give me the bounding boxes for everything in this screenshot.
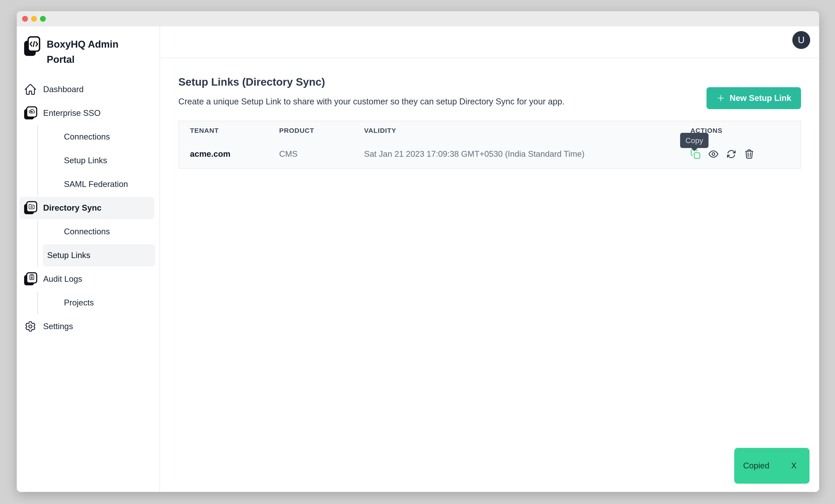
- keycap-folder-icon: [23, 201, 37, 215]
- keycap-cloud-sso-icon: [23, 106, 37, 120]
- page-title: Setup Links (Directory Sync): [178, 76, 565, 88]
- trash-icon: [744, 149, 754, 159]
- toast-close-button[interactable]: X: [791, 461, 797, 470]
- enterprise-sso-subgroup: Connections Setup Links SAML Federation: [37, 126, 160, 196]
- window-titlebar: [17, 11, 819, 26]
- view-link-button[interactable]: [708, 149, 718, 159]
- sidebar-item-dashboard[interactable]: Dashboard: [17, 78, 160, 101]
- zoom-window-button[interactable]: [40, 16, 46, 22]
- sidebar-item-audit-logs[interactable]: Audit Logs: [17, 268, 160, 290]
- sidebar-item-enterprise-sso[interactable]: Enterprise SSO: [17, 102, 160, 124]
- keycap-clipboard-icon: [23, 272, 37, 286]
- copy-tooltip-label: Copy: [686, 136, 703, 145]
- new-setup-link-label: New Setup Link: [730, 94, 791, 103]
- top-header-bar: U: [160, 26, 819, 58]
- column-header-tenant: TENANT: [179, 121, 268, 140]
- page-description: Create a unique Setup Link to share with…: [178, 96, 565, 107]
- plus-icon: [716, 94, 725, 103]
- boxyhq-logo-icon: [23, 36, 40, 57]
- copied-toast: Copied X: [734, 448, 810, 484]
- sidebar-item-settings[interactable]: Settings: [17, 315, 160, 338]
- home-icon: [23, 83, 37, 96]
- sidebar: BoxyHQ Admin Portal Dashboard: [17, 26, 160, 492]
- avatar-initial: U: [798, 35, 805, 45]
- copy-tooltip: Copy: [680, 133, 709, 148]
- sidebar-item-sso-setup-links[interactable]: Setup Links: [38, 149, 160, 172]
- page-content: Setup Links (Directory Sync) Create a un…: [160, 58, 819, 492]
- regenerate-link-button[interactable]: [726, 149, 736, 159]
- eye-icon: [708, 149, 718, 159]
- desktop-background: BoxyHQ Admin Portal Dashboard: [0, 0, 835, 504]
- product-cell: CMS: [268, 140, 353, 168]
- tenant-cell: acme.com: [179, 140, 268, 168]
- column-header-product: PRODUCT: [268, 121, 353, 140]
- sidebar-item-sso-connections[interactable]: Connections: [38, 126, 160, 148]
- validity-cell: Sat Jan 21 2023 17:09:38 GMT+0530 (India…: [353, 140, 679, 168]
- user-avatar[interactable]: U: [792, 31, 810, 49]
- toast-message: Copied: [743, 461, 769, 470]
- directory-sync-subgroup: Connections Setup Links: [37, 220, 160, 266]
- sidebar-item-saml-federation[interactable]: SAML Federation: [38, 173, 160, 196]
- close-window-button[interactable]: [22, 16, 28, 22]
- sidebar-item-directory-sync[interactable]: Directory Sync: [20, 197, 154, 219]
- sidebar-nav: Dashboard: [17, 78, 160, 339]
- brand: BoxyHQ Admin Portal: [17, 36, 160, 67]
- main-area: U Setup Links (Directory Sync) Create a …: [160, 26, 819, 492]
- column-header-validity: VALIDITY: [353, 121, 679, 140]
- gear-icon: [23, 320, 37, 333]
- brand-name: BoxyHQ Admin Portal: [47, 37, 136, 67]
- sidebar-item-dsync-connections[interactable]: Connections: [38, 220, 160, 243]
- delete-link-button[interactable]: [744, 149, 754, 159]
- refresh-icon: [726, 149, 736, 159]
- audit-logs-subgroup: Projects: [37, 291, 160, 314]
- sidebar-item-dsync-setup-links[interactable]: Setup Links: [43, 244, 155, 266]
- browser-window: BoxyHQ Admin Portal Dashboard: [17, 11, 819, 492]
- new-setup-link-button[interactable]: New Setup Link: [707, 87, 801, 109]
- sidebar-item-projects[interactable]: Projects: [38, 291, 160, 314]
- page-heading-block: Setup Links (Directory Sync) Create a un…: [178, 76, 565, 107]
- minimize-window-button[interactable]: [31, 16, 37, 22]
